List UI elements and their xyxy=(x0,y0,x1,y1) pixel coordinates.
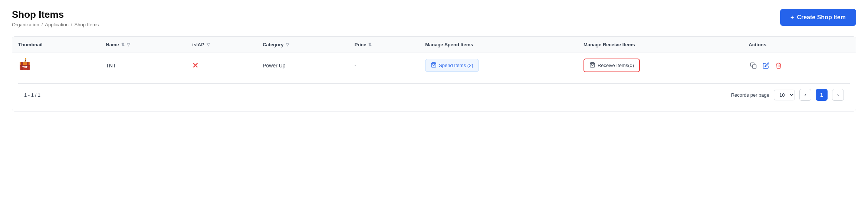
page-1-button[interactable]: 1 xyxy=(816,89,828,101)
category-filter-icon[interactable]: ▽ xyxy=(286,42,289,47)
table-header-row: Thumbnail Name ⇅ ▽ isIAP ▽ xyxy=(12,37,856,53)
isiap-filter-icon[interactable]: ▽ xyxy=(207,42,210,47)
records-per-page-label: Records per page xyxy=(731,92,769,98)
cell-name: TNT xyxy=(100,53,186,78)
spend-items-button[interactable]: Spend Items (2) xyxy=(425,59,479,72)
pagination-controls: Records per page 10 25 50 ‹ 1 xyxy=(731,89,844,101)
shop-items-table-wrapper: Thumbnail Name ⇅ ▽ isIAP ▽ xyxy=(12,36,856,112)
cell-spend-items: Spend Items (2) xyxy=(419,53,578,78)
cell-thumbnail: TNT xyxy=(12,53,100,78)
copy-button[interactable] xyxy=(749,61,758,70)
pagination-row: 1 - 1 / 1 Records per page 10 25 50 ‹ xyxy=(12,78,856,112)
next-page-button[interactable]: › xyxy=(832,89,844,101)
receive-items-label: Receive Items(0) xyxy=(598,63,634,68)
receive-items-button[interactable]: Receive Items(0) xyxy=(583,59,640,72)
col-manage-receive: Manage Receive Items xyxy=(578,37,743,53)
create-button-label: Create Shop Item xyxy=(797,14,846,21)
isiap-false-icon: ✕ xyxy=(192,61,198,70)
header-left: Shop Items Organization / Application / … xyxy=(12,9,99,27)
pagination-container: 1 - 1 / 1 Records per page 10 25 50 ‹ xyxy=(18,83,850,106)
pagination-cell: 1 - 1 / 1 Records per page 10 25 50 ‹ xyxy=(12,78,856,112)
receive-bag-icon xyxy=(589,62,595,69)
col-price: Price ⇅ xyxy=(349,37,420,53)
breadcrumb-shop: Shop Items xyxy=(75,22,99,27)
plus-icon: + xyxy=(790,14,794,21)
shop-items-table: Thumbnail Name ⇅ ▽ isIAP ▽ xyxy=(12,37,856,111)
cell-price: - xyxy=(349,53,420,78)
page-header: Shop Items Organization / Application / … xyxy=(12,9,856,27)
col-actions: Actions xyxy=(743,37,856,53)
spend-items-label: Spend Items (2) xyxy=(439,63,473,68)
breadcrumb-sep-2: / xyxy=(71,22,72,27)
name-sort-icon[interactable]: ⇅ xyxy=(121,42,125,47)
spend-bag-icon xyxy=(431,62,437,69)
prev-page-button[interactable]: ‹ xyxy=(799,89,811,101)
delete-button[interactable] xyxy=(774,61,783,70)
create-shop-item-button[interactable]: + Create Shop Item xyxy=(780,9,856,26)
breadcrumb-app: Application xyxy=(45,22,69,27)
col-manage-spend: Manage Spend Items xyxy=(419,37,578,53)
col-isiap: isIAP ▽ xyxy=(186,37,257,53)
page-container: Shop Items Organization / Application / … xyxy=(0,0,868,203)
price-sort-icon[interactable]: ⇅ xyxy=(368,42,372,47)
cell-isiap: ✕ xyxy=(186,53,257,78)
edit-button[interactable] xyxy=(761,61,771,70)
table-row: TNT TNT ✕ Power Up - xyxy=(12,53,856,78)
col-category: Category ▽ xyxy=(257,37,348,53)
tnt-icon: TNT xyxy=(18,58,32,71)
prev-icon: ‹ xyxy=(805,92,806,98)
page-info: 1 - 1 / 1 xyxy=(24,92,40,98)
breadcrumb-org: Organization xyxy=(12,22,39,27)
page-title: Shop Items xyxy=(12,9,99,20)
svg-rect-4 xyxy=(20,65,30,66)
next-icon: › xyxy=(837,92,839,98)
col-thumbnail: Thumbnail xyxy=(12,37,100,53)
svg-text:TNT: TNT xyxy=(22,66,27,69)
svg-rect-9 xyxy=(753,64,756,68)
cell-category: Power Up xyxy=(257,53,348,78)
cell-actions xyxy=(743,53,856,78)
col-name: Name ⇅ ▽ xyxy=(100,37,186,53)
cell-receive-items: Receive Items(0) xyxy=(578,53,743,78)
breadcrumb-sep-1: / xyxy=(42,22,43,27)
action-buttons xyxy=(749,61,850,70)
name-filter-icon[interactable]: ▽ xyxy=(127,42,130,47)
breadcrumb: Organization / Application / Shop Items xyxy=(12,22,99,27)
records-per-page-select[interactable]: 10 25 50 xyxy=(774,90,795,100)
